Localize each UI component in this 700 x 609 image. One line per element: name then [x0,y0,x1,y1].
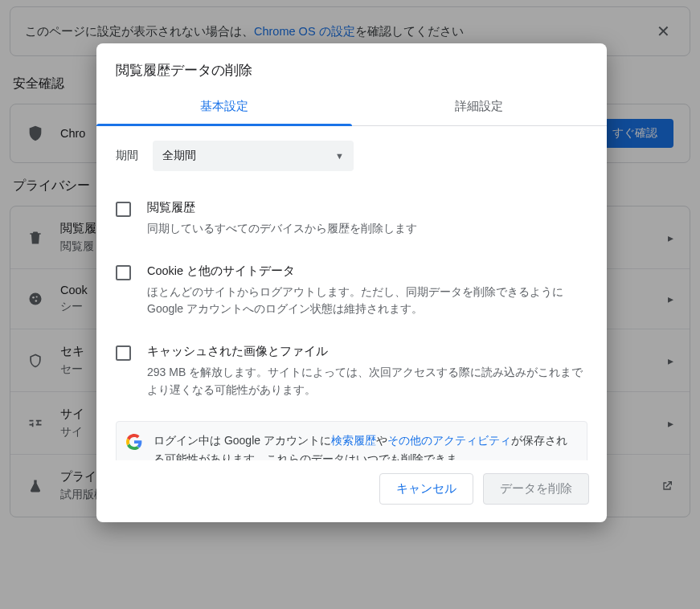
cancel-button[interactable]: キャンセル [379,473,473,505]
dialog-tabs: 基本設定 詳細設定 [96,89,607,126]
note-mid: や [376,434,387,447]
chevron-down-icon: ▼ [335,151,344,161]
other-activity-link[interactable]: その他のアクティビティ [387,434,511,447]
checkbox-item-cache: キャッシュされた画像とファイル 293 MB を解放します。サイトによっては、次… [116,333,587,413]
check-title: キャッシュされた画像とファイル [147,344,587,359]
note-text: ログイン中は Google アカウントに検索履歴やその他のアクティビティが保存さ… [154,431,575,460]
check-desc: 同期しているすべてのデバイスから履歴を削除します [147,220,587,238]
search-history-link[interactable]: 検索履歴 [331,434,376,447]
time-range-value: 全期間 [162,149,196,163]
tab-basic[interactable]: 基本設定 [96,89,352,125]
check-title: Cookie と他のサイトデータ [147,264,587,279]
clear-data-button[interactable]: データを削除 [483,473,589,505]
time-range-label: 期間 [116,149,138,163]
check-desc: ほとんどのサイトからログアウトします。ただし、同期データを削除できるように Go… [147,284,587,318]
check-title: 閲覧履歴 [147,200,587,215]
checkbox-cookies[interactable] [116,265,131,280]
checkbox-history[interactable] [116,202,131,217]
checkbox-item-cookies: Cookie と他のサイトデータ ほとんどのサイトからログアウトします。ただし、… [116,252,587,333]
dialog-actions: キャンセル データを削除 [96,460,607,522]
time-range-select[interactable]: 全期間 ▼ [153,141,354,171]
time-range-row: 期間 全期間 ▼ [116,141,587,171]
dialog-title: 閲覧履歴データの削除 [96,43,607,89]
tab-advanced[interactable]: 詳細設定 [352,89,608,125]
google-g-icon [126,434,142,450]
checkbox-cache[interactable] [116,345,131,361]
checkbox-item-history: 閲覧履歴 同期しているすべてのデバイスから履歴を削除します [116,189,587,252]
google-account-note: ログイン中は Google アカウントに検索履歴やその他のアクティビティが保存さ… [116,421,587,460]
check-desc: 293 MB を解放します。サイトによっては、次回アクセスする際に読み込みがこれ… [147,364,587,399]
note-pre: ログイン中は Google アカウントに [154,434,331,447]
clear-browsing-data-dialog: 閲覧履歴データの削除 基本設定 詳細設定 期間 全期間 ▼ 閲覧履歴 同期してい… [96,43,607,522]
